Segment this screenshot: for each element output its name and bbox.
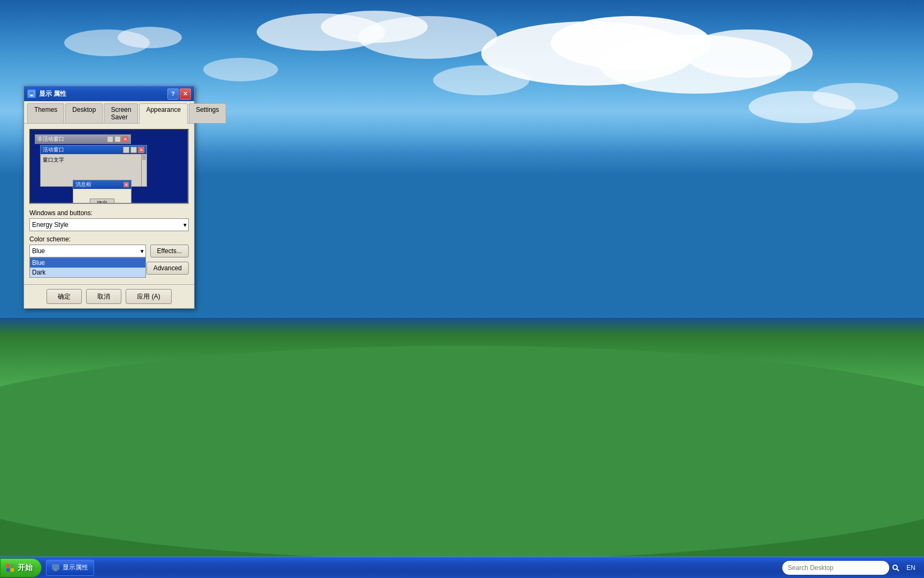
svg-point-6 bbox=[358, 16, 497, 59]
color-scheme-dropdown-list: Blue Dark bbox=[29, 257, 146, 278]
start-button[interactable]: 开始 bbox=[0, 558, 42, 577]
ok-button-label: 确定 bbox=[58, 293, 71, 300]
close-button[interactable]: ✕ bbox=[180, 88, 191, 100]
windows-logo-icon bbox=[6, 564, 14, 572]
svg-rect-28 bbox=[29, 96, 34, 96]
preview-active-maximize: □ bbox=[130, 147, 137, 153]
svg-rect-20 bbox=[11, 568, 14, 572]
preview-message-titlebar: 消息框 ✕ bbox=[73, 180, 131, 189]
color-scheme-label: Color scheme: bbox=[29, 235, 189, 243]
effects-button-label: Effects... bbox=[157, 247, 182, 255]
desktop: 开始 显示属性 EN bbox=[0, 0, 924, 578]
search-taskbar-icon bbox=[891, 564, 900, 572]
svg-point-12 bbox=[203, 58, 278, 81]
preview-message-content: 确定 bbox=[73, 189, 131, 204]
preview-area: 非活动窗口 _ □ ✕ 活动窗口 bbox=[29, 129, 189, 204]
preview-inactive-titlebar: 非活动窗口 _ □ ✕ bbox=[35, 135, 130, 143]
svg-point-8 bbox=[118, 27, 182, 48]
svg-rect-22 bbox=[55, 569, 57, 571]
preview-inactive-minimize: _ bbox=[107, 136, 113, 142]
taskbar: 开始 显示属性 EN bbox=[0, 557, 924, 578]
windows-buttons-group: Windows and buttons: Energy Style ▼ bbox=[29, 209, 189, 231]
preview-message-close: ✕ bbox=[124, 182, 129, 187]
svg-point-11 bbox=[433, 65, 529, 95]
preview-message-box: 消息框 ✕ 确定 bbox=[73, 180, 132, 204]
dialog-titlebar-buttons: ? ✕ bbox=[167, 88, 191, 100]
preview-active-content: 窗口文字 消息框 ✕ bbox=[41, 154, 147, 186]
tab-screensaver-label: Screen Saver bbox=[111, 106, 131, 121]
preview-inactive-maximize: □ bbox=[114, 136, 121, 142]
color-scheme-item-dark-label: Dark bbox=[32, 269, 45, 276]
color-scheme-row: Blue Dark ▼ Blue Dark bbox=[29, 245, 189, 257]
preview-inactive-window: 非活动窗口 _ □ ✕ bbox=[35, 134, 131, 144]
svg-rect-21 bbox=[52, 565, 59, 569]
dialog-window: 显示 属性 ? ✕ Themes Desktop Screen Saver bbox=[24, 86, 195, 309]
display-properties-dialog: 显示 属性 ? ✕ Themes Desktop Screen Saver bbox=[24, 86, 195, 309]
dialog-content: 非活动窗口 _ □ ✕ 活动窗口 bbox=[24, 124, 194, 284]
system-tray: EN bbox=[902, 564, 920, 572]
lang-indicator: EN bbox=[906, 564, 915, 572]
dialog-tabs: Themes Desktop Screen Saver Appearance S… bbox=[24, 101, 194, 124]
color-scheme-dropdown-wrapper: Blue Dark ▼ Blue Dark bbox=[29, 245, 146, 257]
tab-appearance[interactable]: Appearance bbox=[139, 103, 188, 124]
effects-button[interactable]: Effects... bbox=[150, 245, 189, 257]
preview-message-title-text: 消息框 bbox=[75, 181, 91, 188]
preview-inactive-close: ✕ bbox=[122, 136, 128, 142]
tab-settings[interactable]: Settings bbox=[189, 103, 226, 123]
tab-settings-label: Settings bbox=[196, 106, 219, 113]
svg-point-10 bbox=[813, 83, 898, 110]
color-scheme-select[interactable]: Blue Dark bbox=[29, 245, 146, 257]
dialog-title-text: 显示 属性 bbox=[39, 89, 66, 98]
preview-inactive-title-text: 非活动窗口 bbox=[37, 135, 64, 143]
preview-active-title-text: 活动窗口 bbox=[43, 146, 64, 154]
svg-point-16 bbox=[0, 346, 924, 557]
windows-buttons-select-wrapper: Energy Style ▼ bbox=[29, 218, 189, 231]
color-scheme-item-blue-label: Blue bbox=[32, 259, 45, 267]
search-input[interactable] bbox=[782, 561, 889, 575]
preview-ok-button[interactable]: 确定 bbox=[90, 199, 114, 204]
svg-rect-19 bbox=[6, 568, 10, 572]
start-label: 开始 bbox=[18, 563, 33, 573]
monitor-icon bbox=[28, 90, 35, 97]
svg-point-24 bbox=[893, 565, 897, 569]
svg-rect-26 bbox=[29, 91, 34, 95]
svg-rect-18 bbox=[11, 564, 14, 567]
preview-active-close: ✕ bbox=[138, 147, 144, 153]
windows-buttons-label: Windows and buttons: bbox=[29, 209, 189, 217]
preview-active-minimize: _ bbox=[123, 147, 129, 153]
help-button[interactable]: ? bbox=[167, 88, 179, 100]
svg-rect-27 bbox=[30, 95, 33, 96]
ok-button[interactable]: 确定 bbox=[47, 289, 82, 304]
taskbar-right: EN bbox=[782, 561, 924, 575]
windows-buttons-select[interactable]: Energy Style bbox=[29, 218, 189, 231]
tab-screensaver[interactable]: Screen Saver bbox=[104, 103, 138, 123]
taskbar-active-item[interactable]: 显示属性 bbox=[46, 560, 94, 576]
dialog-titlebar: 显示 属性 ? ✕ bbox=[24, 86, 194, 101]
svg-point-3 bbox=[684, 29, 813, 78]
cancel-button[interactable]: 取消 bbox=[86, 289, 121, 304]
taskbar-item-label: 显示属性 bbox=[63, 563, 88, 572]
dialog-title-icon bbox=[27, 89, 36, 98]
tab-desktop-label: Desktop bbox=[72, 106, 96, 113]
svg-rect-23 bbox=[53, 571, 58, 571]
tab-themes-label: Themes bbox=[34, 106, 57, 113]
color-scheme-group: Color scheme: Blue Dark ▼ Blue bbox=[29, 235, 189, 257]
preview-window-text: 窗口文字 bbox=[43, 157, 64, 163]
preview-active-titlebar: 活动窗口 _ □ ✕ bbox=[41, 146, 147, 154]
preview-active-window: 活动窗口 _ □ ✕ 窗口文字 bbox=[40, 145, 147, 187]
display-icon bbox=[52, 564, 59, 572]
preview-scrollbar bbox=[141, 154, 147, 186]
tab-themes[interactable]: Themes bbox=[27, 103, 64, 123]
tab-desktop[interactable]: Desktop bbox=[65, 103, 103, 123]
svg-line-25 bbox=[897, 569, 899, 571]
svg-rect-17 bbox=[6, 564, 10, 567]
color-scheme-item-blue[interactable]: Blue bbox=[30, 258, 145, 268]
apply-button-label: 应用 (A) bbox=[137, 293, 160, 300]
apply-button[interactable]: 应用 (A) bbox=[126, 289, 171, 304]
tab-appearance-label: Appearance bbox=[146, 106, 181, 113]
dialog-bottom-buttons: 确定 取消 应用 (A) bbox=[24, 284, 194, 308]
advanced-button[interactable]: Advanced bbox=[147, 262, 189, 275]
cancel-button-label: 取消 bbox=[97, 293, 110, 300]
advanced-button-label: Advanced bbox=[153, 264, 182, 272]
color-scheme-item-dark[interactable]: Dark bbox=[30, 268, 145, 277]
